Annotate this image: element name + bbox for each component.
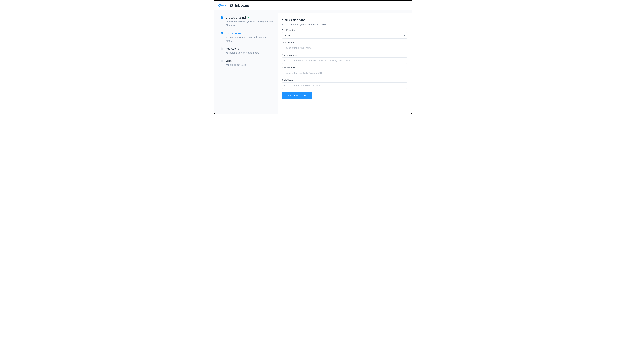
step-description: Choose the provider you want to integrat…: [226, 20, 274, 27]
step-description: Add agents to the created inbox.: [226, 51, 274, 55]
step-title: Choose Channel: [226, 16, 274, 19]
step-description: Authenticate your account and create an …: [226, 36, 274, 42]
step-title: Create Inbox: [226, 32, 274, 35]
account-sid-label: Account SID: [282, 66, 407, 69]
inbox-icon: [230, 4, 233, 7]
api-provider-select[interactable]: Twilio: [282, 32, 407, 39]
step-title: Voila!: [226, 59, 274, 62]
auth-token-label: Auth Token: [282, 79, 407, 82]
stepper-step: 1Choose ChannelChoose the provider you w…: [221, 16, 274, 32]
topbar: Back Inboxes: [214, 1, 412, 10]
step-title: Add Agents: [226, 47, 274, 50]
step-number-badge: 2: [221, 32, 223, 34]
stepper-step: 3Add AgentsAdd agents to the created inb…: [221, 47, 274, 59]
step-number-badge: 1: [221, 16, 223, 19]
api-provider-label: API Provider: [282, 29, 407, 32]
phone-number-label: Phone number: [282, 54, 407, 57]
form-subtitle: Start supporting your customers via SMS.: [282, 23, 407, 26]
svg-rect-0: [230, 4, 233, 6]
page-title: Inboxes: [235, 3, 249, 8]
back-label: Back: [220, 4, 226, 7]
step-number-badge: 3: [221, 47, 223, 50]
account-sid-input[interactable]: [282, 70, 407, 76]
step-description: You are all set to go!: [226, 63, 274, 67]
inbox-name-input[interactable]: [282, 45, 407, 51]
auth-token-input[interactable]: [282, 82, 407, 89]
back-button[interactable]: Back: [218, 4, 226, 7]
create-twilio-channel-button[interactable]: Create Twilio Channel: [282, 92, 312, 99]
form-card: SMS Channel Start supporting your custom…: [277, 13, 412, 114]
inbox-name-label: Inbox Name: [282, 41, 407, 44]
stepper-step: 2Create InboxAuthenticate your account a…: [221, 32, 274, 47]
stepper-step: 4Voila!You are all set to go!: [221, 59, 274, 67]
chevron-left-icon: [218, 4, 220, 7]
sidebar-stepper: 1Choose ChannelChoose the provider you w…: [214, 10, 277, 114]
phone-number-input[interactable]: [282, 57, 407, 64]
form-title: SMS Channel: [282, 18, 407, 22]
main-content: SMS Channel Start supporting your custom…: [277, 10, 412, 114]
check-icon: [247, 17, 249, 19]
step-number-badge: 4: [221, 60, 223, 62]
